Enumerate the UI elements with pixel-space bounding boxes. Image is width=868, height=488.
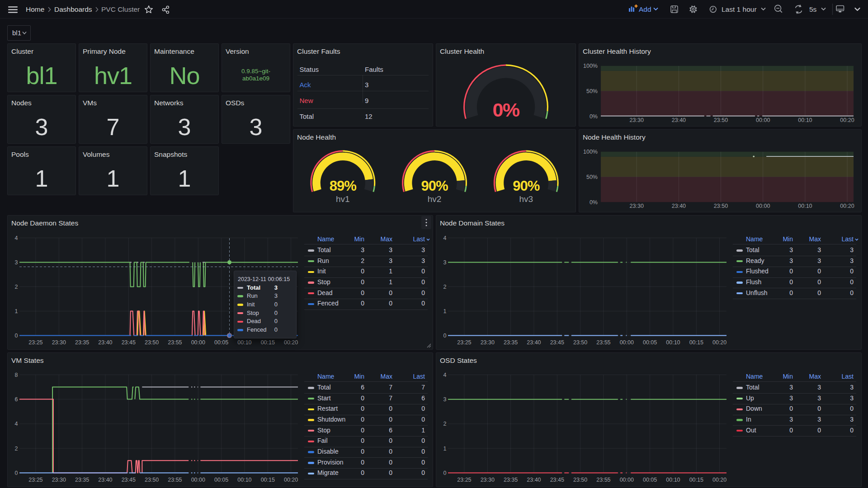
svg-text:23:40: 23:40: [527, 477, 541, 483]
svg-text:00:05: 00:05: [643, 339, 657, 346]
svg-text:89%: 89%: [330, 178, 356, 194]
svg-text:8: 8: [15, 372, 18, 378]
svg-text:23:55: 23:55: [168, 477, 182, 483]
svg-text:23:45: 23:45: [550, 339, 564, 346]
svg-text:00:20: 00:20: [840, 203, 854, 209]
svg-text:00:00: 00:00: [756, 203, 770, 209]
svg-text:23:55: 23:55: [168, 339, 182, 346]
svg-text:00:15: 00:15: [261, 477, 275, 483]
svg-text:4: 4: [443, 235, 447, 241]
svg-text:0%: 0%: [590, 199, 598, 206]
svg-text:23:50: 23:50: [145, 339, 159, 346]
svg-text:23:35: 23:35: [75, 477, 89, 483]
svg-text:0: 0: [443, 470, 447, 476]
svg-text:1: 1: [443, 446, 447, 452]
svg-text:23:30: 23:30: [630, 203, 644, 209]
svg-text:0: 0: [15, 470, 18, 476]
svg-text:hv1: hv1: [336, 194, 350, 204]
svg-text:00:15: 00:15: [261, 339, 275, 346]
svg-text:1: 1: [15, 308, 18, 314]
svg-text:00:05: 00:05: [643, 477, 657, 483]
svg-text:6: 6: [15, 396, 18, 403]
svg-text:23:25: 23:25: [28, 339, 42, 346]
svg-text:23:50: 23:50: [573, 477, 587, 483]
svg-text:90%: 90%: [513, 178, 539, 194]
svg-text:23:40: 23:40: [98, 339, 112, 346]
svg-text:3: 3: [443, 396, 447, 403]
svg-text:23:45: 23:45: [122, 477, 136, 483]
svg-text:2: 2: [443, 421, 447, 427]
svg-text:00:00: 00:00: [620, 339, 634, 346]
svg-text:23:25: 23:25: [457, 339, 471, 346]
svg-text:00:20: 00:20: [840, 117, 854, 123]
svg-text:1: 1: [443, 308, 447, 314]
svg-text:90%: 90%: [421, 178, 448, 194]
svg-text:23:50: 23:50: [145, 477, 159, 483]
svg-text:00:20: 00:20: [284, 339, 298, 346]
svg-text:23:30: 23:30: [481, 477, 495, 483]
svg-text:23:30: 23:30: [52, 339, 66, 346]
svg-text:0: 0: [443, 333, 447, 339]
svg-text:50%: 50%: [586, 88, 598, 94]
svg-text:hv2: hv2: [428, 194, 442, 204]
svg-text:hv3: hv3: [519, 194, 533, 204]
svg-text:100%: 100%: [583, 149, 598, 155]
svg-text:23:25: 23:25: [28, 477, 42, 483]
svg-text:00:00: 00:00: [191, 339, 205, 346]
svg-text:4: 4: [443, 372, 447, 378]
svg-text:00:00: 00:00: [756, 117, 770, 123]
svg-text:0%: 0%: [492, 99, 519, 121]
svg-text:00:10: 00:10: [666, 477, 680, 483]
svg-text:3: 3: [15, 259, 18, 266]
svg-text:23:35: 23:35: [504, 339, 518, 346]
svg-text:2: 2: [15, 284, 18, 290]
svg-text:23:40: 23:40: [672, 203, 686, 209]
svg-text:00:10: 00:10: [666, 339, 680, 346]
svg-text:00:15: 00:15: [689, 339, 703, 346]
svg-text:00:10: 00:10: [798, 117, 812, 123]
svg-text:2: 2: [443, 284, 447, 290]
svg-text:00:20: 00:20: [712, 477, 726, 483]
svg-text:23:40: 23:40: [672, 117, 686, 123]
svg-text:00:20: 00:20: [284, 477, 298, 483]
svg-text:00:00: 00:00: [191, 477, 205, 483]
svg-text:23:40: 23:40: [98, 477, 112, 483]
svg-text:2: 2: [15, 446, 18, 452]
svg-text:23:55: 23:55: [596, 477, 610, 483]
svg-text:00:05: 00:05: [214, 477, 228, 483]
svg-text:00:10: 00:10: [237, 339, 251, 346]
svg-text:23:30: 23:30: [52, 477, 66, 483]
svg-text:3: 3: [443, 259, 447, 266]
svg-text:23:55: 23:55: [596, 339, 610, 346]
svg-text:00:10: 00:10: [798, 203, 812, 209]
svg-text:23:40: 23:40: [527, 339, 541, 346]
svg-text:00:05: 00:05: [214, 339, 228, 346]
svg-text:4: 4: [15, 421, 18, 427]
svg-text:23:35: 23:35: [75, 339, 89, 346]
svg-text:23:30: 23:30: [481, 339, 495, 346]
svg-text:23:45: 23:45: [122, 339, 136, 346]
svg-text:00:10: 00:10: [237, 477, 251, 483]
svg-text:23:25: 23:25: [457, 477, 471, 483]
svg-text:23:50: 23:50: [714, 203, 728, 209]
svg-text:0: 0: [15, 333, 18, 339]
svg-text:00:20: 00:20: [712, 339, 726, 346]
svg-text:4: 4: [15, 235, 18, 241]
svg-text:00:15: 00:15: [689, 477, 703, 483]
svg-text:0%: 0%: [590, 113, 598, 120]
svg-text:00:00: 00:00: [620, 477, 634, 483]
svg-text:100%: 100%: [583, 63, 598, 69]
svg-text:23:50: 23:50: [714, 117, 728, 123]
svg-text:50%: 50%: [586, 174, 598, 180]
svg-text:23:30: 23:30: [630, 117, 644, 123]
svg-text:23:35: 23:35: [504, 477, 518, 483]
svg-text:23:50: 23:50: [573, 339, 587, 346]
svg-text:23:45: 23:45: [550, 477, 564, 483]
